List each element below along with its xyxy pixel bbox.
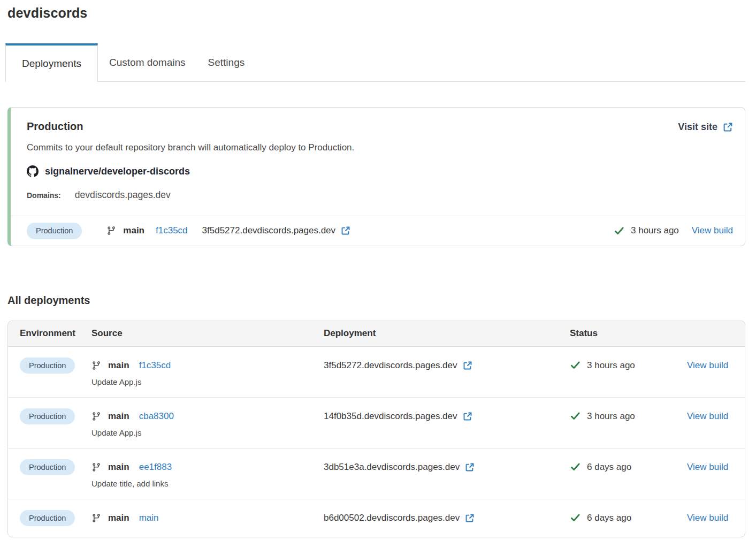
commit-message: Update title, add links	[91, 479, 324, 488]
actions-cell: View build	[687, 459, 738, 475]
table-row: Production main main b6d00502.devdiscord…	[8, 499, 745, 537]
view-build-link[interactable]: View build	[692, 225, 733, 236]
commit-link[interactable]: f1c35cd	[139, 360, 171, 371]
tab-deployments[interactable]: Deployments	[5, 43, 98, 82]
source-cell: main main	[91, 510, 324, 526]
deployment-url: 3f5d5272.devdiscords.pages.dev	[324, 360, 457, 371]
deployment-url-group[interactable]: b6d00502.devdiscords.pages.dev	[324, 513, 475, 523]
success-check-icon	[570, 360, 581, 371]
production-deployment-row: Production main f1c35cd 3f5d5272.devdisc…	[11, 216, 745, 246]
all-deployments-title: All deployments	[7, 294, 745, 307]
environment-cell: Production	[20, 510, 91, 527]
production-card-title: Production	[27, 120, 733, 133]
commit-link[interactable]: cba8300	[139, 411, 174, 422]
domains-row: Domains: devdiscords.pages.dev	[27, 189, 733, 201]
success-check-icon	[570, 512, 581, 523]
visit-site-link[interactable]: Visit site	[678, 121, 733, 133]
external-link-icon	[463, 412, 472, 421]
deployment-cell: 3f5d5272.devdiscords.pages.dev	[324, 358, 570, 374]
deployment-url: 3db51e3a.devdiscords.pages.dev	[324, 462, 460, 473]
table-row: Production main ee1f883 Update title, ad…	[8, 448, 745, 499]
tab-settings-label: Settings	[208, 57, 245, 69]
deployment-url: 3f5d5272.devdiscords.pages.dev	[202, 225, 336, 236]
column-header-status: Status	[570, 328, 687, 339]
actions-cell: View build	[687, 358, 738, 374]
actions-cell: View build	[687, 510, 738, 526]
commit-link[interactable]: main	[139, 513, 159, 523]
branch-name: main	[108, 360, 129, 371]
table-header-row: Environment Source Deployment Status	[8, 321, 745, 347]
external-link-icon	[465, 513, 475, 523]
branch-name: main	[108, 411, 129, 422]
deployment-cell: 3db51e3a.devdiscords.pages.dev	[324, 459, 570, 475]
status-cell: 6 days ago	[570, 510, 687, 526]
production-card-description: Commits to your default repository branc…	[27, 142, 733, 153]
commit-link[interactable]: f1c35cd	[156, 225, 188, 236]
tab-deployments-label: Deployments	[22, 58, 81, 70]
environment-cell: Production	[20, 459, 91, 476]
production-card-body: Production Commits to your default repos…	[11, 108, 745, 216]
git-branch-icon	[91, 513, 101, 523]
external-link-icon	[341, 226, 350, 235]
deployment-url: 14f0b35d.devdiscords.pages.dev	[324, 411, 457, 422]
domains-label: Domains:	[27, 191, 61, 200]
branch-name: main	[108, 513, 129, 523]
environment-cell: Production	[20, 408, 91, 425]
table-row: Production main f1c35cd Update App.js 3f…	[8, 347, 745, 397]
tab-settings[interactable]: Settings	[197, 43, 256, 81]
environment-cell: Production	[20, 358, 91, 374]
status-time: 6 days ago	[587, 513, 631, 523]
external-link-icon	[723, 122, 733, 132]
column-header-source: Source	[91, 328, 324, 339]
success-check-icon	[570, 461, 581, 473]
repo-name: signalnerve/developer-discords	[45, 166, 190, 177]
status-cell: 3 hours ago	[570, 358, 687, 374]
deployment-cell: 14f0b35d.devdiscords.pages.dev	[324, 408, 570, 424]
deployment-url-group[interactable]: 14f0b35d.devdiscords.pages.dev	[324, 411, 472, 422]
repo-row: signalnerve/developer-discords	[27, 165, 733, 177]
deployment-url-group[interactable]: 3db51e3a.devdiscords.pages.dev	[324, 462, 475, 473]
pages-project-page: devdiscords Deployments Custom domains S…	[0, 0, 756, 537]
view-build-link[interactable]: View build	[687, 360, 728, 371]
environment-badge: Production	[20, 358, 75, 374]
commit-link[interactable]: ee1f883	[139, 462, 172, 473]
page-title: devdiscords	[7, 5, 745, 21]
commit-message: Update App.js	[91, 377, 324, 386]
success-check-icon	[614, 225, 625, 237]
status-group: 3 hours ago	[614, 225, 679, 237]
git-branch-icon	[91, 361, 101, 370]
status-time: 6 days ago	[587, 462, 631, 473]
environment-badge: Production	[20, 459, 75, 476]
view-build-link[interactable]: View build	[687, 513, 728, 523]
actions-cell: View build	[687, 408, 738, 424]
success-check-icon	[570, 410, 581, 422]
column-header-environment: Environment	[20, 328, 91, 339]
environment-badge: Production	[20, 510, 75, 527]
branch-name: main	[123, 225, 144, 236]
git-branch-icon	[106, 226, 116, 235]
external-link-icon	[463, 361, 472, 370]
external-link-icon	[465, 462, 475, 472]
environment-badge: Production	[20, 408, 75, 425]
status-cell: 3 hours ago	[570, 408, 687, 424]
tab-custom-domains[interactable]: Custom domains	[98, 43, 197, 81]
environment-badge: Production	[27, 223, 82, 239]
production-row-status: 3 hours ago View build	[614, 225, 733, 237]
git-branch-icon	[91, 412, 101, 421]
view-build-link[interactable]: View build	[687, 462, 728, 473]
visit-site-label: Visit site	[678, 121, 717, 133]
deployment-url-group[interactable]: 3f5d5272.devdiscords.pages.dev	[202, 225, 351, 236]
deployments-table: Environment Source Deployment Status Pro…	[7, 321, 745, 538]
github-icon	[27, 165, 39, 177]
domains-value: devdiscords.pages.dev	[75, 189, 171, 201]
deployment-url-group[interactable]: 3f5d5272.devdiscords.pages.dev	[324, 360, 472, 371]
view-build-link[interactable]: View build	[687, 411, 728, 422]
status-time: 3 hours ago	[587, 360, 635, 371]
status-cell: 6 days ago	[570, 459, 687, 475]
source-cell: main cba8300 Update App.js	[91, 408, 324, 437]
source-cell: main f1c35cd Update App.js	[91, 358, 324, 386]
git-branch-icon	[91, 462, 101, 472]
commit-message: Update App.js	[91, 428, 324, 437]
status-time: 3 hours ago	[631, 225, 679, 236]
tab-custom-domains-label: Custom domains	[109, 57, 186, 69]
